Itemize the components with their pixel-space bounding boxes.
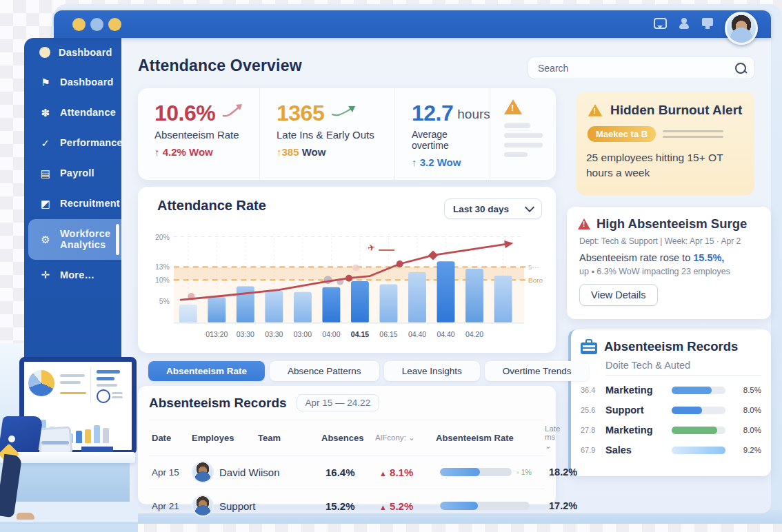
cell-employee-name: Support [219, 500, 325, 512]
kpi-warning-placeholder [490, 88, 556, 180]
page-title: Attendance Overview [138, 57, 302, 75]
records-row-number: 36.4 [581, 386, 605, 394]
traffic-light-1[interactable] [72, 18, 86, 31]
display-icon[interactable] [702, 18, 713, 26]
cell-date: Apr 21 [152, 501, 192, 511]
column-header-alfcony-[interactable]: AlFcony: ⌄ [375, 433, 436, 442]
records-row[interactable]: 25.6Support8.0% [581, 405, 761, 416]
user-icon[interactable] [679, 18, 690, 29]
svg-text:04.40: 04.40 [437, 331, 454, 338]
sidebar-item-performance[interactable]: ✓Performance [24, 128, 121, 158]
date-range-value: Last 30 days [453, 204, 509, 214]
recruitment-icon: ◩ [39, 198, 52, 210]
column-header-late-ms[interactable]: Late ms ⌄ [545, 424, 560, 451]
search-input[interactable] [537, 62, 735, 74]
view-details-button[interactable]: View Details [579, 284, 658, 306]
warning-triangle-icon [588, 104, 603, 116]
sidebar-item-recruitment[interactable]: ◩Recruitment [24, 189, 121, 219]
sidebar-item-more-[interactable]: ✛More… [24, 260, 121, 290]
cell-date: Apr 15 [152, 467, 192, 478]
svg-text:03:00: 03:00 [294, 331, 312, 338]
search-icon[interactable] [735, 63, 746, 74]
sidebar-item-workforce-analytics[interactable]: ⚙Workforce Analytics [28, 219, 121, 260]
svg-text:13%: 13% [155, 263, 170, 271]
table-row[interactable]: Apr 21Support15.2%▲ 5.2%17.2% [149, 489, 545, 522]
tab-absence-patterns[interactable]: Absence Patterns [270, 361, 379, 381]
plus-circle-icon: ✛ [39, 269, 52, 281]
sidebar-item-payroll[interactable]: ▤Payroll [24, 158, 121, 189]
disc-icon [39, 47, 50, 58]
records-row[interactable]: 67.9Sales9.2% [581, 444, 761, 456]
illustration-pie-chart [28, 370, 54, 396]
cell-delta: ▲ 8.1% [379, 467, 440, 478]
records-row-bar-fill [672, 447, 725, 454]
illustration-shoe [17, 513, 34, 520]
burnout-badge[interactable]: Maekec ta B [588, 126, 656, 142]
chat-icon[interactable] [654, 18, 667, 29]
svg-text:013:20: 013:20 [205, 331, 228, 338]
cell-absence: 15.2% [325, 500, 379, 512]
records-row-team: Support [605, 405, 672, 416]
cell-absence: 16.4% [325, 467, 379, 478]
date-range-dropdown[interactable]: Last 30 days [444, 198, 542, 219]
tab-absenteeism-rate[interactable]: Absenteeism Rate [148, 361, 265, 381]
burnout-alert-message: 25 employees hitting 15+ OT hours a week [586, 150, 745, 180]
placeholder-line [504, 152, 528, 157]
surge-alert-meta: Dept: Tech & Support | Week: Apr 15 · Ap… [579, 236, 760, 246]
records-row-value: 8.5% [734, 386, 761, 394]
svg-text:5%: 5% [159, 298, 170, 305]
absenteeism-table-card: Absenteeism Records Apr 15 — 24.22 DateE… [138, 386, 556, 504]
records-row-number: 67.9 [581, 446, 605, 454]
table-date-badge[interactable]: Apr 15 — 24.22 [297, 394, 380, 411]
traffic-light-2[interactable] [90, 18, 103, 31]
sidebar-item-label: Performance [60, 137, 123, 149]
illustration-bar [94, 425, 100, 443]
tab-leave-insights[interactable]: Leave Insights [384, 361, 480, 381]
cell-employee-name: David Wiison [219, 467, 325, 478]
sidebar-item-dashboard[interactable]: ⚑Dashboard [24, 68, 121, 98]
column-header-absenteeism-rate: Absenteeism Rate [436, 433, 545, 443]
records-row-team: Sales [605, 444, 672, 456]
sidebar-item-label: Dashboard [59, 47, 112, 59]
records-row[interactable]: 27.8Marketing8.0% [581, 424, 761, 436]
shield-check-icon: ✓ [39, 137, 52, 150]
chevron-down-icon [525, 203, 534, 212]
sidebar-item-label: Workforce Analytics [60, 228, 114, 251]
traffic-light-3[interactable] [108, 18, 121, 31]
placeholder-line [504, 133, 543, 138]
tab-overtime-trends[interactable]: Overtime Trends [485, 361, 590, 381]
user-avatar[interactable] [725, 12, 758, 45]
table-row[interactable]: Apr 15David Wiison16.4%▲ 8.1%◦ 1%18.2% [149, 455, 545, 489]
kpi-absenteeism-rate: 10.6% Absenteeism Rate ↑ 4.2% Wow [138, 88, 259, 180]
sidebar-item-attendance[interactable]: ✽Attendance [24, 98, 121, 128]
column-header-employes: Employes [192, 433, 258, 443]
placeholder-line [504, 143, 543, 147]
cell-delta: ▲ 5.2% [379, 500, 440, 512]
records-row-number: 27.8 [581, 426, 605, 434]
records-row-number: 25.6 [581, 406, 605, 414]
warning-triangle-icon [504, 99, 522, 114]
column-header-absences: Absences [321, 433, 375, 443]
illustration-tablet-base [41, 441, 69, 444]
kpi-late-ins: 1365 Late Ins & Early Outs ↑385 Wow [259, 88, 394, 180]
sidebar-item-label: Dashboard [60, 76, 114, 88]
kpi-delta: ↑ 4.2% Wow [154, 146, 252, 158]
records-row-value: 8.0% [734, 426, 761, 434]
window-titlebar [54, 10, 771, 38]
column-header-date: Date [152, 433, 192, 443]
records-panel: Absenteeism Records Doite Tech & Auted 3… [568, 329, 771, 476]
illustration-side-panel [90, 367, 127, 403]
surge-alert-title: High Absenteeism Surge [596, 216, 747, 232]
surge-alert-subtext: up ▪ 6.3% WoW impacting 23 employes [579, 267, 760, 276]
alert-triangle-icon [578, 218, 590, 229]
illustration-bar [103, 428, 109, 443]
svg-text:03:30: 03:30 [237, 331, 254, 338]
records-row[interactable]: 36.4Marketing8.5% [581, 385, 761, 396]
flag-icon: ⚑ [39, 76, 52, 89]
sidebar-item-dashboard[interactable]: Dashboard [24, 38, 121, 68]
svg-text:Boro: Boro [528, 276, 543, 284]
svg-text:04:00: 04:00 [322, 331, 340, 338]
records-panel-subtitle: Doite Tech & Auted [605, 360, 761, 376]
cell-late-rate: 17.2% [549, 500, 577, 511]
kpi-value: 1365 [277, 101, 324, 126]
